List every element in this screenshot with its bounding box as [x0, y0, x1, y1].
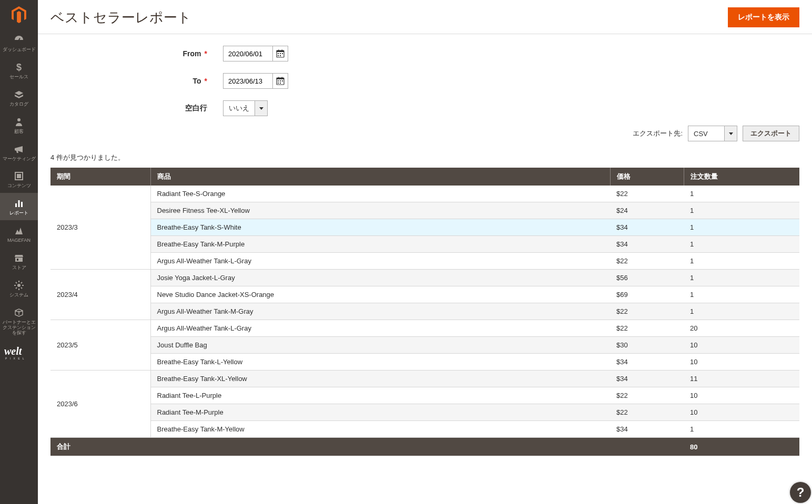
qty-cell: 10 [684, 387, 799, 404]
svg-rect-13 [278, 50, 279, 52]
table-row: Argus All-Weather Tank-L-Gray$221 [50, 253, 799, 270]
export-format-dropdown-button[interactable] [725, 126, 737, 141]
table-row: Radiant Tee-M-Purple$2210 [50, 404, 799, 421]
sidebar-item-dashboard[interactable]: ダッシュボード [0, 29, 38, 57]
product-cell: Argus All-Weather Tank-M-Gray [150, 303, 610, 320]
sidebar-item-content[interactable]: コンテンツ [0, 166, 38, 193]
sidebar-item-label: パートナーとエクステンションを探す [1, 320, 37, 336]
col-header-interval[interactable]: 期間 [50, 168, 150, 186]
main-content: ベストセラーレポート レポートを表示 From * [38, 0, 812, 504]
weltpixel-logo[interactable]: welt P I X E L [0, 340, 38, 365]
sidebar-item-label: コンテンツ [1, 183, 37, 189]
svg-rect-23 [282, 77, 283, 79]
price-cell: $22 [610, 186, 684, 202]
empty-rows-select[interactable]: いいえ [223, 100, 268, 116]
help-fab[interactable]: ? [790, 482, 811, 503]
export-format-value: CSV [688, 126, 725, 141]
export-format-select[interactable]: CSV [688, 126, 737, 141]
from-date-input[interactable] [223, 46, 272, 61]
page-title: ベストセラーレポート [50, 8, 728, 27]
sidebar-item-label: 顧客 [1, 129, 37, 135]
sidebar-item-reports[interactable]: レポート [0, 193, 38, 220]
sidebar-item-stores[interactable]: ストア [0, 248, 38, 275]
grid-toolbar: エクスポート先: CSV エクスポート [38, 126, 812, 148]
svg-rect-14 [282, 50, 283, 52]
table-header-row: 期間 商品 価格 注文数量 [50, 168, 799, 186]
footer-blank-price [610, 438, 684, 456]
sidebar-item-label: MAGEFAN [1, 238, 37, 243]
to-label: To [192, 77, 201, 85]
table-row: Radiant Tee-L-Purple$2210 [50, 387, 799, 404]
qty-cell: 10 [684, 354, 799, 371]
qty-cell: 1 [684, 286, 799, 303]
table-row: Neve Studio Dance Jacket-XS-Orange$691 [50, 286, 799, 303]
sidebar-item-catalog[interactable]: カタログ [0, 84, 38, 111]
col-header-price[interactable]: 価格 [610, 168, 684, 186]
from-label: From [183, 49, 201, 58]
calendar-icon [276, 77, 285, 85]
interval-cell: 2023/4 [50, 270, 150, 320]
sidebar-item-sales[interactable]: $セールス [0, 57, 38, 84]
system-icon [13, 280, 25, 291]
footer-qty-total: 80 [684, 438, 799, 456]
svg-rect-28 [280, 83, 281, 84]
product-cell: Neve Studio Dance Jacket-XS-Orange [150, 286, 610, 303]
sales-icon: $ [13, 62, 25, 73]
magento-logo[interactable] [0, 0, 38, 29]
product-cell: Radiant Tee-L-Purple [150, 387, 610, 404]
product-cell: Radiant Tee-M-Purple [150, 404, 610, 421]
footer-label: 合計 [50, 438, 150, 456]
interval-cell: 2023/6 [50, 371, 150, 438]
dashboard-icon [13, 35, 25, 45]
price-cell: $34 [610, 219, 684, 236]
calendar-icon [276, 49, 285, 58]
svg-rect-21 [277, 78, 284, 79]
sidebar-item-marketing[interactable]: マーケティング [0, 139, 38, 166]
empty-rows-label: 空白行 [185, 104, 207, 113]
sidebar-item-system[interactable]: システム [0, 275, 38, 302]
required-indicator: * [205, 77, 207, 85]
footer-blank-product [150, 438, 610, 456]
sidebar-item-partners[interactable]: パートナーとエクステンションを探す [0, 302, 38, 340]
svg-text:$: $ [16, 62, 22, 73]
product-cell: Josie Yoga Jacket-L-Gray [150, 270, 610, 286]
svg-rect-4 [17, 174, 21, 178]
from-label-wrap: From * [50, 49, 223, 58]
price-cell: $22 [610, 387, 684, 404]
price-cell: $22 [610, 303, 684, 320]
filter-row-from: From * [50, 46, 799, 61]
filter-row-to: To * [50, 73, 799, 89]
sidebar-item-magefan[interactable]: MAGEFAN [0, 220, 38, 248]
export-button[interactable]: エクスポート [743, 126, 799, 141]
svg-point-2 [17, 118, 21, 121]
qty-cell: 1 [684, 236, 799, 253]
sidebar-item-customers[interactable]: 顧客 [0, 111, 38, 139]
to-date-picker-button[interactable] [272, 73, 288, 89]
col-header-product[interactable]: 商品 [150, 168, 610, 186]
content-icon [13, 171, 25, 181]
to-label-wrap: To * [50, 77, 223, 85]
qty-cell: 1 [684, 253, 799, 270]
required-indicator: * [205, 49, 207, 58]
from-date-picker-button[interactable] [272, 46, 288, 61]
svg-rect-26 [282, 80, 283, 81]
table-row: Breathe-Easy Tank-M-Yellow$341 [50, 421, 799, 438]
from-date-wrapper [223, 46, 288, 61]
weltpixel-logo-icon: welt P I X E L [4, 345, 34, 360]
svg-rect-16 [280, 53, 281, 54]
table-row: Breathe-Easy Tank-M-Purple$341 [50, 236, 799, 253]
table-row: 2023/6Breathe-Easy Tank-XL-Yellow$3411 [50, 371, 799, 387]
col-header-qty[interactable]: 注文数量 [684, 168, 799, 186]
empty-rows-dropdown-button[interactable] [255, 100, 268, 116]
report-table-wrapper: 期間 商品 価格 注文数量 2023/3Radiant Tee-S-Orange… [38, 168, 812, 472]
price-cell: $69 [610, 286, 684, 303]
admin-sidebar: ダッシュボード$セールスカタログ顧客マーケティングコンテンツレポートMAGEFA… [0, 0, 38, 504]
svg-point-8 [17, 284, 21, 287]
interval-cell: 2023/3 [50, 186, 150, 270]
partners-icon [13, 307, 25, 318]
to-date-input[interactable] [223, 73, 272, 89]
show-report-button[interactable]: レポートを表示 [728, 7, 799, 27]
qty-cell: 11 [684, 371, 799, 387]
product-cell: Joust Duffle Bag [150, 337, 610, 354]
product-cell: Breathe-Easy Tank-M-Yellow [150, 421, 610, 438]
